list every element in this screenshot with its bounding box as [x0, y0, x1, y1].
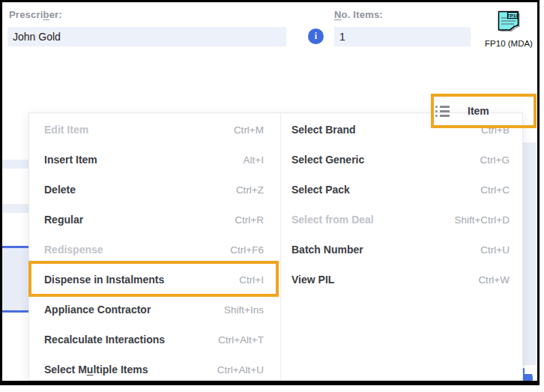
- menu-item-select-pack[interactable]: Select Pack Ctrl+C: [291, 175, 510, 205]
- no-items-value: 1: [339, 31, 345, 43]
- shortcut-label: Shift+Ctrl+D: [454, 214, 510, 226]
- shortcut-label: Shift+Ins: [224, 304, 264, 316]
- menu-item-insert-item[interactable]: Insert Item Alt+I: [44, 145, 264, 175]
- fp10-caption: FP10 (MDA): [483, 39, 535, 48]
- menu-item-select-from-deal[interactable]: Select from Deal Shift+Ctrl+D: [291, 205, 510, 235]
- no-items-label: No. Items:: [334, 9, 383, 20]
- menu-item-redispense[interactable]: Redispense Ctrl+F6: [44, 235, 264, 265]
- menu-item-dispense-in-instalments[interactable]: Dispense in Instalments Ctrl+I: [44, 265, 264, 295]
- shortcut-label: Ctrl+I: [239, 274, 264, 286]
- info-icon[interactable]: i: [308, 28, 324, 44]
- menu-item-delete[interactable]: Delete Ctrl+Z: [44, 175, 264, 205]
- menu-item-recalculate-interactions[interactable]: Recalculate Interactions Ctrl+Alt+T: [44, 325, 264, 355]
- shortcut-label: Ctrl+Z: [236, 184, 264, 196]
- item-menu-button-label: Item: [468, 105, 489, 117]
- dispensing-window: Prescriber: John Gold i No. Items: 1 FP1…: [0, 0, 540, 385]
- fp10-form-icon[interactable]: FP10: [495, 7, 523, 39]
- shortcut-label: Ctrl+M: [234, 124, 264, 136]
- fp10-icon-text: FP10: [507, 13, 519, 18]
- shortcut-label: Ctrl+C: [480, 184, 510, 196]
- menu-item-view-pil[interactable]: View PIL Ctrl+W: [291, 265, 510, 295]
- shortcut-label: Ctrl+U: [480, 244, 510, 256]
- shortcut-label: Ctrl+B: [481, 124, 510, 136]
- shortcut-label: Ctrl+Alt+T: [218, 334, 264, 346]
- prescriber-input[interactable]: John Gold: [7, 27, 286, 46]
- background-table-row: [2, 160, 28, 169]
- menu-item-regular[interactable]: Regular Ctrl+R: [44, 205, 264, 235]
- prescriber-label: Prescriber:: [9, 9, 62, 20]
- menu-column-right: Select Brand Ctrl+B Select Generic Ctrl+…: [280, 115, 523, 295]
- list-icon: [435, 106, 450, 117]
- background-selected-row: [2, 246, 28, 313]
- shortcut-label: Ctrl+Alt+U: [217, 364, 264, 376]
- no-items-input[interactable]: 1: [334, 27, 471, 46]
- background-scroll-strip: [523, 142, 536, 366]
- item-context-menu: Edit Item Ctrl+M Insert Item Alt+I Delet…: [28, 112, 523, 381]
- shortcut-label: Ctrl+R: [235, 214, 264, 226]
- prescriber-value: John Gold: [13, 31, 61, 43]
- item-menu-button[interactable]: Item: [435, 98, 489, 124]
- shortcut-label: Ctrl+G: [480, 154, 510, 166]
- fab-occlusion: [525, 365, 536, 374]
- background-bottom-strip: [320, 382, 512, 385]
- menu-column-left: Edit Item Ctrl+M Insert Item Alt+I Delet…: [29, 115, 280, 385]
- shortcut-label: Ctrl+F6: [230, 244, 264, 256]
- menu-item-select-multiple-items[interactable]: Select Multiple Items Ctrl+Alt+U: [44, 355, 264, 385]
- menu-item-edit-item[interactable]: Edit Item Ctrl+M: [44, 115, 264, 145]
- shortcut-label: Alt+I: [244, 154, 264, 166]
- menu-item-batch-number[interactable]: Batch Number Ctrl+U: [291, 235, 510, 265]
- menu-item-appliance-contractor[interactable]: Appliance Contractor Shift+Ins: [44, 295, 264, 325]
- shortcut-label: Ctrl+W: [478, 274, 510, 286]
- background-table-row: [2, 204, 28, 213]
- menu-item-select-generic[interactable]: Select Generic Ctrl+G: [291, 145, 510, 175]
